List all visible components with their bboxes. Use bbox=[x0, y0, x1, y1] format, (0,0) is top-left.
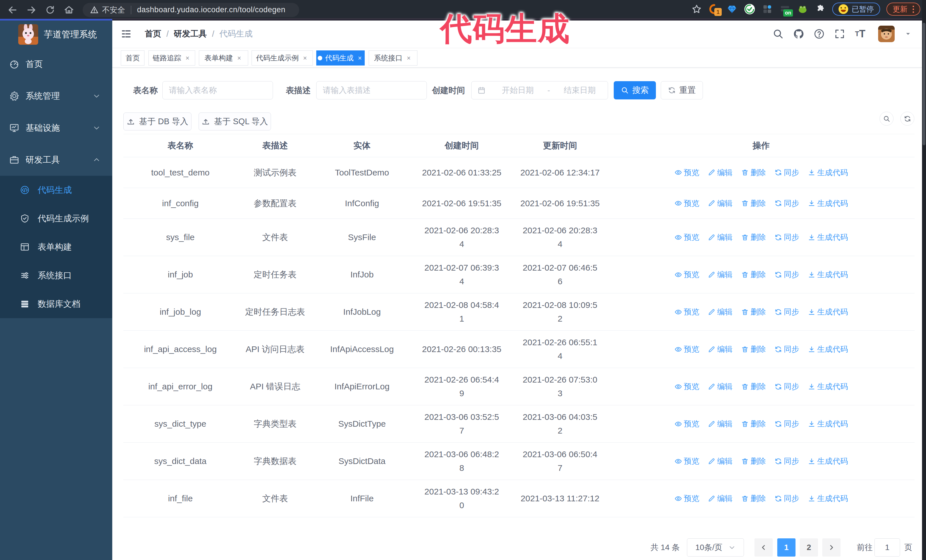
avatar-caret-icon[interactable] bbox=[904, 30, 912, 38]
font-size-icon[interactable]: TT bbox=[854, 28, 866, 40]
preview-link[interactable]: 预览 bbox=[675, 492, 699, 505]
sync-link[interactable]: 同步 bbox=[775, 231, 799, 244]
generate-code-link[interactable]: 生成代码 bbox=[808, 305, 848, 319]
sync-link[interactable]: 同步 bbox=[775, 196, 799, 210]
sync-link[interactable]: 同步 bbox=[775, 343, 799, 356]
show-search-toggle-button[interactable] bbox=[879, 112, 894, 125]
edit-link[interactable]: 编辑 bbox=[708, 231, 732, 244]
preview-link[interactable]: 预览 bbox=[675, 268, 699, 281]
delete-link[interactable]: 删除 bbox=[741, 268, 766, 281]
page-button-1[interactable]: 1 bbox=[777, 538, 796, 557]
extension-gem-icon[interactable] bbox=[726, 3, 738, 15]
generate-code-link[interactable]: 生成代码 bbox=[808, 417, 848, 431]
tab-trace[interactable]: 链路追踪 × bbox=[148, 50, 195, 65]
generate-code-link[interactable]: 生成代码 bbox=[808, 196, 848, 210]
search-button[interactable]: 搜索 bbox=[614, 81, 656, 100]
sync-link[interactable]: 同步 bbox=[775, 305, 799, 319]
edit-link[interactable]: 编辑 bbox=[708, 196, 732, 210]
tab-codegen[interactable]: 代码生成 × bbox=[316, 50, 365, 65]
refresh-table-button[interactable] bbox=[900, 112, 914, 125]
generate-code-link[interactable]: 生成代码 bbox=[808, 231, 848, 244]
reset-button[interactable]: 重置 bbox=[661, 81, 703, 100]
update-button[interactable]: 更新 bbox=[887, 3, 920, 16]
goto-page-input[interactable] bbox=[875, 538, 900, 557]
sidebar-toggle-icon[interactable] bbox=[121, 29, 132, 39]
generate-code-link[interactable]: 生成代码 bbox=[808, 380, 848, 393]
browser-home-button[interactable] bbox=[63, 4, 75, 16]
breadcrumb-home[interactable]: 首页 bbox=[145, 28, 161, 39]
browser-reload-button[interactable] bbox=[44, 4, 56, 16]
tab-close-icon[interactable]: × bbox=[406, 54, 412, 62]
table-desc-input[interactable] bbox=[316, 81, 427, 100]
site-security-indicator[interactable]: 不安全 bbox=[90, 5, 125, 15]
preview-link[interactable]: 预览 bbox=[675, 380, 699, 393]
delete-link[interactable]: 删除 bbox=[741, 196, 766, 210]
tab-close-icon[interactable]: × bbox=[184, 54, 191, 62]
sidebar-item-system[interactable]: 系统管理 bbox=[0, 80, 112, 112]
edit-link[interactable]: 编辑 bbox=[708, 492, 732, 505]
browser-scrollbar[interactable] bbox=[922, 0, 926, 560]
sync-link[interactable]: 同步 bbox=[775, 492, 799, 505]
fullscreen-icon[interactable] bbox=[834, 28, 846, 40]
extension-grid-icon[interactable] bbox=[762, 3, 773, 15]
browser-forward-button[interactable] bbox=[25, 4, 38, 16]
sidebar-item-form-builder[interactable]: 表单构建 bbox=[0, 233, 112, 261]
page-size-select[interactable]: 10条/页 bbox=[687, 538, 744, 557]
bookmark-star-icon[interactable] bbox=[691, 3, 702, 15]
tab-close-icon[interactable]: × bbox=[302, 54, 309, 62]
browser-back-button[interactable] bbox=[6, 4, 19, 16]
sync-link[interactable]: 同步 bbox=[775, 380, 799, 393]
delete-link[interactable]: 删除 bbox=[741, 492, 766, 505]
header-search-icon[interactable] bbox=[772, 28, 784, 40]
page-button-2[interactable]: 2 bbox=[800, 538, 818, 557]
help-icon[interactable] bbox=[813, 28, 825, 40]
preview-link[interactable]: 预览 bbox=[675, 343, 699, 356]
github-icon[interactable] bbox=[793, 28, 805, 40]
delete-link[interactable]: 删除 bbox=[741, 380, 766, 393]
preview-link[interactable]: 预览 bbox=[675, 454, 699, 468]
delete-link[interactable]: 删除 bbox=[741, 343, 766, 356]
start-date-placeholder[interactable]: 开始日期 bbox=[490, 85, 546, 96]
preview-link[interactable]: 预览 bbox=[675, 231, 699, 244]
sidebar-logo[interactable]: 芋道管理系统 bbox=[0, 20, 112, 48]
preview-link[interactable]: 预览 bbox=[675, 305, 699, 319]
delete-link[interactable]: 删除 bbox=[741, 231, 766, 244]
prev-page-button[interactable] bbox=[755, 538, 773, 557]
edit-link[interactable]: 编辑 bbox=[708, 343, 732, 356]
tab-close-icon[interactable]: × bbox=[356, 54, 363, 62]
tab-system-api[interactable]: 系统接口 × bbox=[369, 50, 418, 65]
edit-link[interactable]: 编辑 bbox=[708, 166, 732, 180]
next-page-button[interactable] bbox=[822, 538, 841, 557]
tab-close-icon[interactable]: × bbox=[236, 54, 243, 62]
paused-pill-button[interactable]: 已暂停 bbox=[832, 3, 880, 16]
generate-code-link[interactable]: 生成代码 bbox=[808, 343, 848, 356]
tab-codegen-demo[interactable]: 代码生成示例 × bbox=[251, 50, 313, 65]
scrollbar-thumb[interactable] bbox=[923, 23, 925, 145]
import-db-button[interactable]: 基于 DB 导入 bbox=[123, 113, 191, 130]
browser-menu-icon[interactable] bbox=[912, 6, 914, 13]
extension-check-icon[interactable] bbox=[744, 3, 755, 15]
generate-code-link[interactable]: 生成代码 bbox=[808, 166, 848, 180]
preview-link[interactable]: 预览 bbox=[675, 166, 699, 180]
end-date-placeholder[interactable]: 结束日期 bbox=[552, 85, 608, 96]
import-sql-button[interactable]: 基于 SQL 导入 bbox=[198, 113, 271, 130]
sync-link[interactable]: 同步 bbox=[775, 268, 799, 281]
sidebar-item-system-api[interactable]: 系统接口 bbox=[0, 261, 112, 290]
preview-link[interactable]: 预览 bbox=[675, 196, 699, 210]
create-time-range-picker[interactable]: 开始日期 - 结束日期 bbox=[471, 81, 608, 100]
sync-link[interactable]: 同步 bbox=[775, 166, 799, 180]
edit-link[interactable]: 编辑 bbox=[708, 380, 732, 393]
extensions-puzzle-icon[interactable] bbox=[815, 3, 826, 15]
delete-link[interactable]: 删除 bbox=[741, 417, 766, 431]
extension-frog-icon[interactable] bbox=[797, 3, 808, 15]
breadcrumb-devtools[interactable]: 研发工具 bbox=[174, 28, 207, 39]
generate-code-link[interactable]: 生成代码 bbox=[808, 268, 848, 281]
sidebar-item-infra[interactable]: 基础设施 bbox=[0, 112, 112, 144]
generate-code-link[interactable]: 生成代码 bbox=[808, 492, 848, 505]
delete-link[interactable]: 删除 bbox=[741, 305, 766, 319]
delete-link[interactable]: 删除 bbox=[741, 454, 766, 468]
edit-link[interactable]: 编辑 bbox=[708, 454, 732, 468]
sidebar-item-db-doc[interactable]: 数据库文档 bbox=[0, 290, 112, 318]
tab-form-builder[interactable]: 表单构建 × bbox=[199, 50, 248, 65]
edit-link[interactable]: 编辑 bbox=[708, 305, 732, 319]
